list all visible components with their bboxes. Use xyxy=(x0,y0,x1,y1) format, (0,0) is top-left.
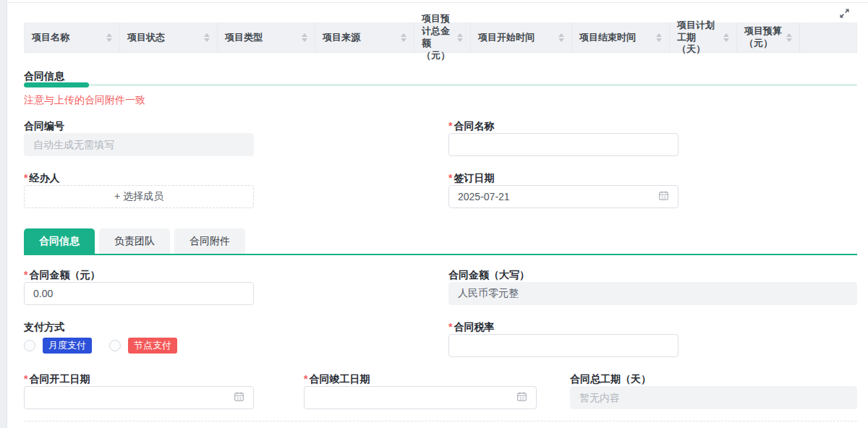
contract-amount-label: * 合同金额（元） xyxy=(24,269,254,282)
contract-start-date-input[interactable] xyxy=(24,386,254,409)
contract-amount-input[interactable] xyxy=(24,282,254,305)
calendar-icon xyxy=(516,391,527,404)
attachment-consistency-note: 注意与上传的合同附件一致 xyxy=(24,94,857,107)
contract-finish-date-input[interactable] xyxy=(304,386,537,409)
section-title: 合同信息 xyxy=(24,70,857,83)
total-duration-input xyxy=(570,386,857,409)
tab-contract-info[interactable]: 合同信息 xyxy=(24,228,95,254)
amount-in-words-label: 合同金额（大写） xyxy=(448,269,857,282)
required-asterisk: * xyxy=(448,321,452,333)
payment-method-label: 支付方式 xyxy=(24,321,254,334)
contract-name-label: * 合同名称 xyxy=(448,120,678,133)
contract-tabs: 合同信息 负责团队 合同附件 xyxy=(24,228,857,255)
total-duration-label: 合同总工期（天） xyxy=(570,373,857,386)
radio-monthly-payment[interactable]: 月度支付 xyxy=(24,338,92,354)
page-left-edge xyxy=(0,0,7,428)
contract-form-panel: 项目名称 项目状态 项目类型 项目来源 项目预计总金额（元） 项目开始时间 xyxy=(8,2,868,428)
radio-milestone-payment[interactable]: 节点支付 xyxy=(109,338,177,354)
radio-circle-icon[interactable] xyxy=(109,340,121,351)
tab-responsible-team[interactable]: 负责团队 xyxy=(99,228,170,254)
sign-date-input[interactable]: 2025-07-21 xyxy=(448,185,678,208)
required-asterisk: * xyxy=(448,120,452,132)
contract-finish-date-label: * 合同竣工日期 xyxy=(304,373,537,386)
underline-track xyxy=(24,84,857,86)
contract-start-date-label: * 合同开工日期 xyxy=(24,373,254,386)
milestone-payment-badge: 节点支付 xyxy=(128,338,177,354)
sign-date-label: * 签订日期 xyxy=(448,172,678,185)
select-member-button[interactable]: + 选择成员 xyxy=(24,185,254,208)
contract-no-input xyxy=(24,133,254,156)
underline-accent-bar xyxy=(24,82,89,87)
required-asterisk: * xyxy=(304,373,307,385)
payment-method-radio-group: 月度支付 节点支付 xyxy=(24,334,254,357)
handler-label: * 经办人 xyxy=(24,172,254,185)
contract-no-label: 合同编号 xyxy=(24,120,254,133)
required-asterisk: * xyxy=(24,172,27,184)
calendar-icon xyxy=(658,190,669,203)
required-asterisk: * xyxy=(448,172,452,184)
tabs-underline xyxy=(24,254,857,255)
required-asterisk: * xyxy=(24,269,27,281)
tax-rate-input[interactable] xyxy=(448,334,678,357)
calendar-icon xyxy=(234,391,244,404)
amount-in-words-input xyxy=(448,282,857,305)
contract-name-input[interactable] xyxy=(448,133,678,156)
radio-circle-icon[interactable] xyxy=(24,340,35,351)
tax-rate-label: * 合同税率 xyxy=(448,321,678,334)
section-title-underline xyxy=(24,82,857,87)
monthly-payment-badge: 月度支付 xyxy=(43,338,92,354)
required-asterisk: * xyxy=(24,373,27,385)
bottom-dashed-divider xyxy=(24,421,857,421)
tab-contract-attachments[interactable]: 合同附件 xyxy=(174,228,245,254)
